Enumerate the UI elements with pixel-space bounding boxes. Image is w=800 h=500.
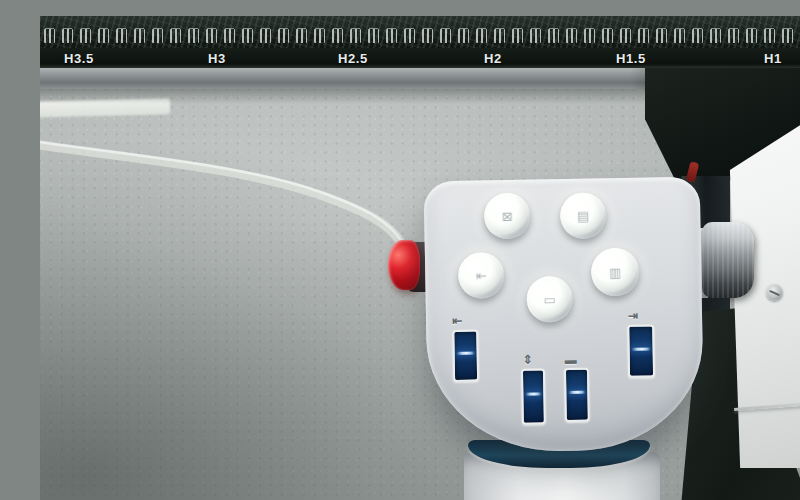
home-position-button: ▭ (526, 276, 573, 323)
coarse-feed-back-switch (452, 329, 479, 381)
rail-label-band (40, 48, 800, 68)
rail-label-h1-5: H1.5 (616, 51, 646, 66)
rail-label-h2-5: H2.5 (338, 51, 368, 66)
arrow-left-block-icon: ⇤ (452, 315, 462, 327)
housing-screw (766, 284, 783, 301)
rail-label-h1: H1 (764, 51, 782, 66)
pivot-cylinder (702, 222, 754, 298)
rail-label-h3: H3 (208, 51, 226, 66)
rail-label-h3-5: H3.5 (64, 51, 94, 66)
hatched-bar-icon: ▬ (565, 354, 577, 366)
hatched-panel-icon: ▥ (609, 265, 622, 278)
specimen-up-down-switch (521, 368, 546, 424)
trim-mode-button: ⊠ (484, 193, 531, 240)
section-advance-switch (564, 368, 590, 422)
block-up-down-icon: ⇕ (523, 354, 533, 366)
emergency-stop-knob (388, 240, 420, 290)
measurement-rail: H3.5 H3 H2.5 H2 H1.5 H1 (40, 16, 800, 70)
box-with-x-icon: ⊠ (502, 209, 513, 222)
specimen-table-button: ▤ (560, 192, 607, 239)
arrow-right-block-icon: ⇥ (628, 310, 638, 322)
hatched-block-icon: ▤ (577, 209, 590, 222)
rectangle-icon: ▭ (543, 293, 556, 306)
rail-label-h2: H2 (484, 51, 502, 66)
block-face-button: ▥ (591, 248, 640, 297)
control-pendant: ⊠ ▤ ⇤ ▭ ▥ ⇤ ⇕ ▬ ⇥ (424, 177, 705, 454)
coarse-feed-forward-switch (627, 324, 655, 377)
photo-microtome-control-panel: Close-up photograph of a laboratory micr… (40, 16, 800, 500)
arrow-left-stop-icon: ⇤ (476, 269, 487, 282)
ruler-tick-marks (44, 29, 800, 45)
retract-button: ⇤ (458, 252, 505, 299)
